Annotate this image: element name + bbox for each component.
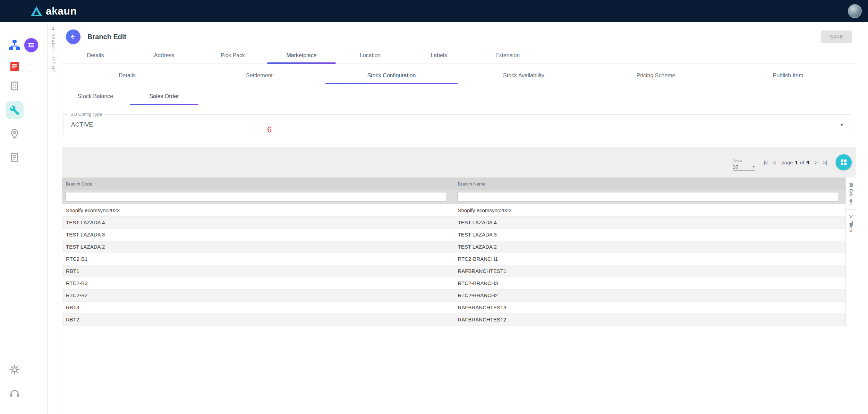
table-row[interactable]: RTC2-B1RTC2-BRANCH1: [62, 253, 845, 265]
so-config-type-label: SO Config Type: [68, 112, 104, 117]
table-filter-row: [62, 190, 845, 204]
branch-table: Branch CodeBranch Name Shopify ecomsync2…: [62, 178, 845, 326]
table-cell: TEST LAZADA 2: [62, 241, 454, 253]
sidebar-item-document[interactable]: [8, 151, 21, 164]
pagination: |< < page 1 of 9 > >|: [764, 159, 827, 165]
table-row[interactable]: RBT2RAFBRANCHTEST2: [62, 313, 845, 326]
tab-label: Details: [119, 72, 136, 79]
tab-publish-item[interactable]: Publish Item: [722, 67, 854, 84]
sidebar-item-building[interactable]: [8, 80, 21, 92]
table-cell: RTC2-B3: [62, 277, 454, 289]
tab-extension[interactable]: Extension: [473, 47, 542, 63]
table-row[interactable]: RTC2-B3RTC2-BRANCH3: [62, 277, 845, 289]
table-cell: RAFBRANCHTEST3: [454, 301, 846, 313]
sidebar-collapse-button[interactable]: [24, 38, 38, 52]
headset-icon: [9, 388, 20, 399]
tab-label: Address: [154, 52, 175, 59]
tab-pricing-scheme[interactable]: Pricing Scheme: [590, 67, 722, 84]
table-cell: RBT1: [62, 265, 454, 277]
table-cell: RBT3: [62, 301, 454, 313]
tabs-level-3: Stock BalanceSales Order: [61, 88, 856, 105]
table-cell: TEST LAZADA 4: [454, 216, 846, 228]
table-cell: RTC2-B2: [62, 289, 454, 301]
tab-stock-availability[interactable]: Stock Availability: [458, 67, 590, 84]
page-indicator: page 1 of 9: [781, 159, 809, 165]
tab-stock-configuration[interactable]: Stock Configuration: [325, 67, 458, 84]
user-avatar[interactable]: [848, 4, 862, 18]
tab-sales-order[interactable]: Sales Order: [130, 88, 198, 105]
active-tab-underline: [267, 62, 336, 64]
table-side-rail: Columns Filters: [845, 178, 856, 326]
tab-details[interactable]: Details: [61, 67, 193, 84]
filter-funnel-icon: [848, 214, 853, 219]
column-header-branch-code[interactable]: Branch Code: [62, 178, 454, 190]
sidebar-item-red-ledger[interactable]: [8, 60, 21, 73]
location-pin-icon: [9, 129, 20, 139]
branch-listing-rail: 1 BRANCH LISTING: [47, 22, 59, 414]
tab-address[interactable]: Address: [130, 47, 198, 63]
table-cell: RTC2-BRANCH2: [454, 289, 846, 301]
branch-table-wrap: Branch CodeBranch Name Shopify ecomsync2…: [62, 178, 856, 326]
tab-pick-pack[interactable]: Pick Pack: [198, 47, 267, 63]
tab-label: Labels: [431, 52, 447, 59]
tabs-level-2: DetailsSettlementStock ConfigurationStoc…: [61, 67, 856, 84]
sidebar-item-tools-active[interactable]: [6, 101, 24, 119]
next-page-button[interactable]: >: [815, 159, 818, 165]
table-row[interactable]: TEST LAZADA 3TEST LAZADA 3: [62, 228, 845, 241]
grid-toolbar: Rows 10 ▾ |< < page 1 of 9: [62, 147, 856, 178]
prev-page-button[interactable]: <: [773, 159, 776, 165]
building-icon: [9, 81, 20, 91]
so-config-type-select[interactable]: SO Config Type ACTIVE ▾: [63, 114, 851, 135]
grid-view-button[interactable]: [836, 154, 852, 170]
shell: 1 BRANCH LISTING Branch Edit SAVE Detail…: [0, 22, 868, 414]
table-row[interactable]: TEST LAZADA 2TEST LAZADA 2: [62, 241, 845, 253]
table-row[interactable]: TEST LAZADA 4TEST LAZADA 4: [62, 216, 845, 228]
filters-label: Filters: [849, 221, 853, 232]
table-cell: TEST LAZADA 4: [62, 216, 454, 228]
sidebar-item-support[interactable]: [8, 387, 21, 399]
table-row[interactable]: RBT3RAFBRANCHTEST3: [62, 301, 845, 313]
sidebar-item-location[interactable]: [8, 128, 21, 140]
table-header-row: Branch CodeBranch Name: [62, 178, 845, 190]
tab-location[interactable]: Location: [336, 47, 405, 63]
brand[interactable]: akaun: [31, 5, 77, 17]
sidebar-item-org-chart[interactable]: [8, 39, 21, 51]
tab-label: Stock Availability: [503, 72, 544, 79]
table-cell: RTC2-B1: [62, 253, 454, 265]
filters-panel-toggle[interactable]: Filters: [848, 212, 853, 234]
table-row[interactable]: RTC2-B2RTC2-BRANCH2: [62, 289, 845, 301]
so-config-type-value: ACTIVE: [71, 121, 93, 128]
tab-stock-balance[interactable]: Stock Balance: [61, 88, 130, 105]
first-page-button[interactable]: |<: [764, 159, 768, 165]
branch-name-filter-input[interactable]: [457, 192, 838, 201]
tab-labels[interactable]: Labels: [405, 47, 473, 63]
tab-label: Pick Pack: [221, 52, 245, 59]
brand-logo-icon: [31, 6, 42, 16]
table-cell: RTC2-BRANCH1: [454, 253, 846, 265]
sidebar-item-settings[interactable]: [8, 363, 21, 376]
columns-label: Columns: [849, 189, 853, 205]
tab-details[interactable]: Details: [61, 47, 130, 63]
branch-code-filter-input[interactable]: [65, 192, 446, 201]
tabs-level-1: DetailsAddressPick PackMarketplaceLocati…: [61, 47, 856, 64]
tab-label: Location: [360, 52, 381, 59]
tab-label: Sales Order: [149, 93, 179, 100]
columns-panel-toggle[interactable]: Columns: [848, 180, 853, 207]
table-row[interactable]: Shopify ecomsync2022Shopify ecomsync2022: [62, 204, 845, 216]
back-arrow-icon: [69, 33, 77, 41]
page-current: 1: [795, 159, 798, 165]
last-page-button[interactable]: >|: [823, 159, 827, 165]
tab-label: Stock Configuration: [367, 72, 416, 79]
table-row[interactable]: RBT1RAFBRANCHTEST1: [62, 265, 845, 277]
column-header-branch-name[interactable]: Branch Name: [454, 178, 846, 190]
save-button[interactable]: SAVE: [821, 31, 852, 43]
tab-label: Publish Item: [773, 72, 803, 79]
rows-value: 10: [733, 164, 739, 170]
tab-settlement[interactable]: Settlement: [193, 67, 325, 84]
chevron-down-icon: ▾: [840, 122, 843, 128]
table-cell: Shopify ecomsync2022: [62, 204, 454, 216]
back-button[interactable]: [66, 29, 80, 44]
tab-marketplace[interactable]: Marketplace: [267, 47, 336, 63]
page-word: page: [781, 159, 793, 165]
rows-per-page-select[interactable]: Rows 10 ▾: [733, 159, 755, 171]
